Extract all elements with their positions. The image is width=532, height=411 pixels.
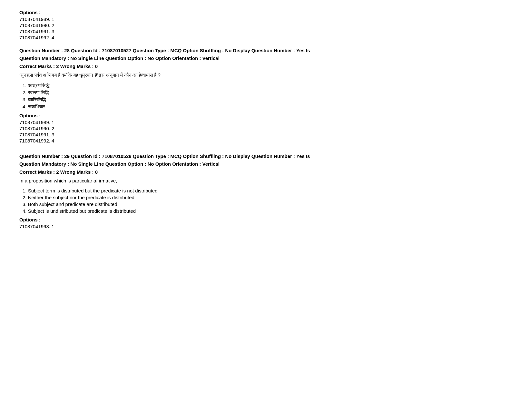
question-29-text: In a proposition which is particular aff… — [19, 178, 513, 183]
question-29-marks: Correct Marks : 2 Wrong Marks : 0 — [19, 169, 513, 175]
option-item: 71087041989. 1 — [19, 120, 513, 125]
option-item: 71087041992. 4 — [19, 138, 513, 143]
answer-option: 3. व्याप्तिसिद्धि — [23, 97, 513, 103]
question-28-options-label: Options : — [19, 113, 513, 118]
answer-option: 4. सव्यभिचार — [23, 104, 513, 110]
question-29-meta: Question Number : 29 Question Id : 71087… — [19, 152, 513, 168]
page-content: Options : 71087041989. 1 71087041990. 2 … — [19, 10, 513, 229]
answer-option: 2. स्वरूपा सिद्धि — [23, 90, 513, 95]
option-item: 71087041992. 4 — [19, 35, 513, 40]
question-28-marks: Correct Marks : 2 Wrong Marks : 0 — [19, 64, 513, 69]
question-28-answer-options: 1. आश्रयासिद्धि 2. स्वरूपा सिद्धि 3. व्य… — [19, 83, 513, 110]
answer-option: 1. Subject term is distributed but the p… — [23, 188, 513, 193]
option-item: 71087041990. 2 — [19, 23, 513, 28]
question-29-block: Question Number : 29 Question Id : 71087… — [19, 152, 513, 229]
answer-option: 1. आश्रयासिद्धि — [23, 83, 513, 88]
answer-option: 2. Neither the subject nor the predicate… — [23, 195, 513, 200]
question-28-block: Question Number : 28 Question Id : 71087… — [19, 47, 513, 143]
option-item: 71087041991. 3 — [19, 132, 513, 137]
option-item: 71087041990. 2 — [19, 126, 513, 131]
option-item: 71087041993. 1 — [19, 224, 513, 229]
option-item: 71087041989. 1 — [19, 16, 513, 22]
question-28-meta: Question Number : 28 Question Id : 71087… — [19, 47, 513, 62]
question-29-answer-options: 1. Subject term is distributed but the p… — [19, 188, 513, 214]
question-28-text: ‘सुनहला पर्वत अग्निमय है क्योंकि यह धूम्… — [19, 72, 513, 78]
answer-option: 4. Subject is undistributed but predicat… — [23, 208, 513, 214]
question-29-options-label: Options : — [19, 217, 513, 222]
top-options-block: Options : 71087041989. 1 71087041990. 2 … — [19, 10, 513, 40]
option-item: 71087041991. 3 — [19, 29, 513, 34]
top-options-label: Options : — [19, 10, 513, 15]
answer-option: 3. Both subject and predicate are distri… — [23, 201, 513, 207]
